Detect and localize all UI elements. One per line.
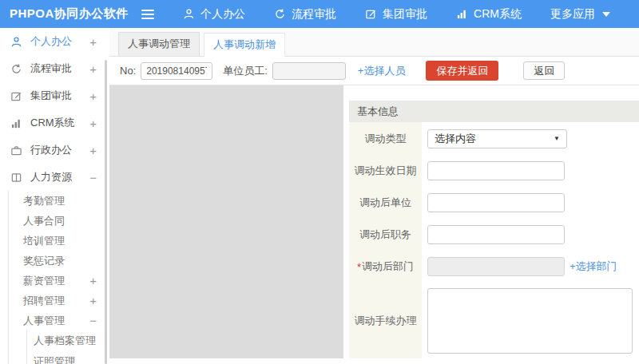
sidebar-item-personal-office[interactable]: 个人办公 + xyxy=(0,28,109,55)
save-and-return-button[interactable]: 保存并返回 xyxy=(426,61,498,81)
new-department-input[interactable] xyxy=(427,257,565,276)
book-icon xyxy=(10,171,23,184)
sidebar-item-personnel-archive-mgmt[interactable]: 人事档案管理 xyxy=(27,330,109,351)
caret-down-icon: ▼ xyxy=(554,135,560,142)
sidebar-item-workflow-approval[interactable]: 流程审批 + xyxy=(0,55,109,82)
effective-date-label: 调动生效日期 xyxy=(349,155,422,187)
expand-plus-icon[interactable]: + xyxy=(89,144,97,156)
chart-icon xyxy=(10,117,23,129)
flow-icon xyxy=(10,62,23,75)
app-logo: PHPOA协同办公软件 xyxy=(0,6,130,22)
top-navbar: PHPOA协同办公软件 个人办公 流程审批 集团审批 CRM系统 更多应用 xyxy=(0,0,639,28)
sidebar-item-recruit-mgmt[interactable]: 招聘管理 + xyxy=(9,291,109,311)
new-position-input[interactable] xyxy=(427,225,565,244)
sidebar-item-salary-mgmt[interactable]: 薪资管理 + xyxy=(9,271,109,291)
transfer-type-label: 调动类型 xyxy=(349,122,422,155)
flow-icon xyxy=(274,8,286,20)
no-input[interactable] xyxy=(141,62,212,80)
nav-item-personal-office[interactable]: 个人办公 xyxy=(183,7,245,22)
expand-plus-icon[interactable]: + xyxy=(89,275,97,287)
sidebar-scrollbar[interactable] xyxy=(105,60,107,364)
expand-minus-icon[interactable]: − xyxy=(89,315,97,326)
sidebar: 个人办公 + 流程审批 + 集团审批 + CRM系统 + 行政办公 + 人力资源… xyxy=(0,28,109,364)
select-department-link[interactable]: +选择部门 xyxy=(570,259,617,274)
expand-plus-icon[interactable]: + xyxy=(89,63,97,75)
new-unit-input[interactable] xyxy=(427,193,565,212)
sidebar-item-hr-contract[interactable]: 人事合同 xyxy=(9,211,109,231)
new-unit-label: 调动后单位 xyxy=(349,187,422,219)
section-title-basic-info: 基本信息 xyxy=(349,101,639,122)
user-icon xyxy=(183,8,195,20)
form-row-new-department: *调动后部门 +选择部门 xyxy=(349,251,639,283)
caret-down-icon xyxy=(602,12,610,17)
sidebar-item-group-approval[interactable]: 集团审批 + xyxy=(0,82,109,109)
content-background xyxy=(109,85,343,358)
bottom-strip xyxy=(109,358,639,364)
required-asterisk: * xyxy=(357,261,361,273)
sidebar-item-admin-office[interactable]: 行政办公 + xyxy=(0,136,109,164)
personnel-submenu: 人事档案管理 证照管理 xyxy=(26,330,109,364)
expand-plus-icon[interactable]: + xyxy=(89,90,97,102)
nav-item-crm-system[interactable]: CRM系统 xyxy=(456,7,522,22)
sidebar-item-human-resources[interactable]: 人力资源 − xyxy=(0,164,109,191)
sidebar-item-reward-punish-record[interactable]: 奖惩记录 xyxy=(9,251,109,271)
briefcase-icon xyxy=(10,144,23,156)
expand-plus-icon[interactable]: + xyxy=(89,117,97,129)
tab-personnel-transfer-mgmt[interactable]: 人事调动管理 xyxy=(118,32,200,56)
transfer-type-select[interactable]: 选择内容 ▼ xyxy=(427,129,567,148)
top-nav-menu: 个人办公 流程审批 集团审批 CRM系统 更多应用 xyxy=(183,7,639,22)
user-icon xyxy=(10,35,23,48)
tab-bar: 人事调动管理 人事调动新增 xyxy=(109,28,639,57)
hr-submenu: 考勤管理 人事合同 培训管理 奖惩记录 薪资管理 + 招聘管理 + 人事管理 − xyxy=(8,191,109,364)
chart-icon xyxy=(456,8,468,20)
transfer-form-panel: 基本信息 调动类型 选择内容 ▼ 调动生效日期 xyxy=(343,85,639,358)
employee-label: 单位员工: xyxy=(223,64,268,78)
back-button[interactable]: 返回 xyxy=(523,61,565,80)
edit-icon xyxy=(10,89,23,102)
sidebar-item-crm-system[interactable]: CRM系统 + xyxy=(0,109,109,136)
form-row-transfer-type: 调动类型 选择内容 ▼ xyxy=(349,122,639,155)
no-label: No: xyxy=(120,65,136,77)
transfer-procedure-textarea[interactable] xyxy=(427,288,633,354)
employee-input[interactable] xyxy=(272,62,346,80)
effective-date-input[interactable] xyxy=(427,161,565,180)
sidebar-item-attendance-mgmt[interactable]: 考勤管理 xyxy=(9,191,109,211)
expand-plus-icon[interactable]: + xyxy=(89,295,97,307)
menu-icon[interactable] xyxy=(141,7,156,22)
sidebar-item-license-mgmt[interactable]: 证照管理 xyxy=(27,351,109,364)
sidebar-item-training-mgmt[interactable]: 培训管理 xyxy=(9,231,109,251)
new-position-label: 调动后职务 xyxy=(349,219,422,251)
expand-plus-icon[interactable]: + xyxy=(89,36,97,48)
nav-item-group-approval[interactable]: 集团审批 xyxy=(365,7,427,22)
form-row-new-unit: 调动后单位 xyxy=(349,187,639,219)
tab-personnel-transfer-new[interactable]: 人事调动新增 xyxy=(204,33,285,57)
form-row-new-position: 调动后职务 xyxy=(349,219,639,251)
nav-item-workflow-approval[interactable]: 流程审批 xyxy=(274,7,336,22)
sidebar-item-personnel-mgmt[interactable]: 人事管理 − xyxy=(9,311,109,330)
edit-icon xyxy=(365,8,377,20)
expand-minus-icon[interactable]: − xyxy=(89,172,97,184)
toolbar: No: 单位员工: +选择人员 保存并返回 返回 xyxy=(109,57,639,85)
form-row-transfer-procedure: 调动手续办理 xyxy=(349,283,639,358)
select-person-link[interactable]: +选择人员 xyxy=(358,64,406,78)
transfer-procedure-label: 调动手续办理 xyxy=(349,283,422,358)
form-row-effective-date: 调动生效日期 xyxy=(349,155,639,187)
new-department-label: *调动后部门 xyxy=(349,251,422,283)
nav-item-more-apps[interactable]: 更多应用 xyxy=(550,7,610,22)
